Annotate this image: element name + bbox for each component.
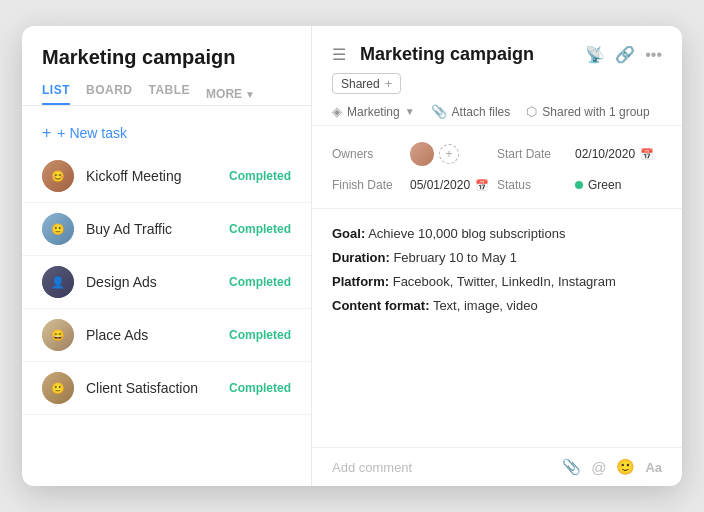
goal-line: Goal: Achieve 10,000 blog subscriptions [332,223,662,245]
dropdown-arrow-icon: ▼ [405,106,415,117]
shared-tag[interactable]: Shared + [332,73,401,94]
avatar: 👤 [42,266,74,298]
right-panel: ☰ Marketing campaign 📡 🔗 ••• Shared + ◈ … [312,26,682,486]
owners-value: + [410,142,459,166]
comment-placeholder[interactable]: Add comment [332,460,552,475]
owner-avatar [410,142,434,166]
attach-label: Attach files [452,105,511,119]
marketing-label: Marketing [347,105,400,119]
status-badge: Completed [229,169,291,183]
tab-bar: LIST BOARD TABLE MORE ▼ [42,83,291,105]
emoji-icon[interactable]: 🙂 [616,458,635,476]
filter-icon: ◈ [332,104,342,119]
plus-icon: + [42,124,51,142]
avatar: 🙂 [42,213,74,245]
left-panel-title: Marketing campaign [42,46,291,69]
content-format-line: Content format: Text, image, video [332,295,662,317]
status-cell: Status Green [497,172,662,198]
content-format-key: Content format: [332,298,430,313]
left-panel: Marketing campaign LIST BOARD TABLE MORE… [22,26,312,486]
finish-date-label: Finish Date [332,178,402,192]
task-name: Buy Ad Traffic [86,221,217,237]
paperclip-icon: 📎 [431,104,447,119]
tab-list[interactable]: LIST [42,83,70,105]
header-icons: 📡 🔗 ••• [585,45,662,64]
status-badge: Completed [229,222,291,236]
status-value[interactable]: Green [575,178,621,192]
duration-value: February 10 to May 1 [393,250,517,265]
text-format-icon[interactable]: Aa [645,460,662,475]
attach-files-button[interactable]: 📎 Attach files [431,104,511,119]
shared-tag-label: Shared [341,77,380,91]
shared-group-label: Shared with 1 group [542,105,649,119]
tab-divider [22,105,311,106]
task-name: Design Ads [86,274,217,290]
list-item[interactable]: 😄 Place Ads Completed [22,309,311,362]
status-badge: Completed [229,328,291,342]
toolbar-row: ◈ Marketing ▼ 📎 Attach files ⬡ Shared wi… [312,98,682,126]
task-name: Place Ads [86,327,217,343]
start-date-cell: Start Date 02/10/2020 📅 [497,136,662,172]
tab-more[interactable]: MORE ▼ [206,83,255,105]
avatar: 😄 [42,319,74,351]
list-item[interactable]: 🙂 Buy Ad Traffic Completed [22,203,311,256]
start-date-text: 02/10/2020 [575,147,635,161]
finish-date-text: 05/01/2020 [410,178,470,192]
green-status-dot [575,181,583,189]
main-window: Marketing campaign LIST BOARD TABLE MORE… [22,26,682,486]
task-name: Client Satisfaction [86,380,217,396]
platform-line: Platform: Facebook, Twitter, LinkedIn, I… [332,271,662,293]
share-icon: ⬡ [526,104,537,119]
task-list: 😊 Kickoff Meeting Completed 🙂 Buy Ad Tra… [22,150,311,486]
comment-bar: Add comment 📎 @ 🙂 Aa [312,447,682,486]
list-item[interactable]: 😊 Kickoff Meeting Completed [22,150,311,203]
content-format-value: Text, image, video [433,298,538,313]
list-item[interactable]: 🙂 Client Satisfaction Completed [22,362,311,415]
shared-group-button[interactable]: ⬡ Shared with 1 group [526,104,649,119]
document-icon: ☰ [332,45,346,64]
avatar: 🙂 [42,372,74,404]
status-badge: Completed [229,275,291,289]
platform-value: Facebook, Twitter, LinkedIn, Instagram [393,274,616,289]
right-header: ☰ Marketing campaign 📡 🔗 ••• [312,26,682,65]
new-task-label: + New task [57,125,127,141]
new-task-button[interactable]: + + New task [22,116,311,150]
rss-icon[interactable]: 📡 [585,45,605,64]
goal-key: Goal: [332,226,365,241]
comment-icons: 📎 @ 🙂 Aa [562,458,662,476]
owners-cell: Owners + [332,136,497,172]
calendar-icon-2: 📅 [475,179,489,192]
task-name: Kickoff Meeting [86,168,217,184]
tab-board[interactable]: BOARD [86,83,133,105]
goal-value: Achieve 10,000 blog subscriptions [368,226,565,241]
platform-key: Platform: [332,274,389,289]
status-badge: Completed [229,381,291,395]
finish-date-cell: Finish Date 05/01/2020 📅 [332,172,497,198]
status-label: Status [497,178,567,192]
more-options-icon[interactable]: ••• [645,46,662,64]
duration-line: Duration: February 10 to May 1 [332,247,662,269]
add-owner-button[interactable]: + [439,144,459,164]
start-date-value[interactable]: 02/10/2020 📅 [575,147,654,161]
avatar: 😊 [42,160,74,192]
status-text: Green [588,178,621,192]
add-tag-icon[interactable]: + [385,76,393,91]
duration-key: Duration: [332,250,390,265]
start-date-label: Start Date [497,147,567,161]
attach-comment-icon[interactable]: 📎 [562,458,581,476]
marketing-filter[interactable]: ◈ Marketing ▼ [332,104,415,119]
mention-icon[interactable]: @ [591,459,606,476]
tab-table[interactable]: TABLE [149,83,191,105]
right-panel-title: Marketing campaign [360,44,575,65]
owners-label: Owners [332,147,402,161]
calendar-icon: 📅 [640,148,654,161]
finish-date-value[interactable]: 05/01/2020 📅 [410,178,489,192]
left-header: Marketing campaign LIST BOARD TABLE MORE… [22,26,311,105]
list-item[interactable]: 👤 Design Ads Completed [22,256,311,309]
content-area: Goal: Achieve 10,000 blog subscriptions … [312,209,682,447]
link-icon[interactable]: 🔗 [615,45,635,64]
details-grid: Owners + Start Date 02/10/2020 📅 Finish … [312,126,682,209]
